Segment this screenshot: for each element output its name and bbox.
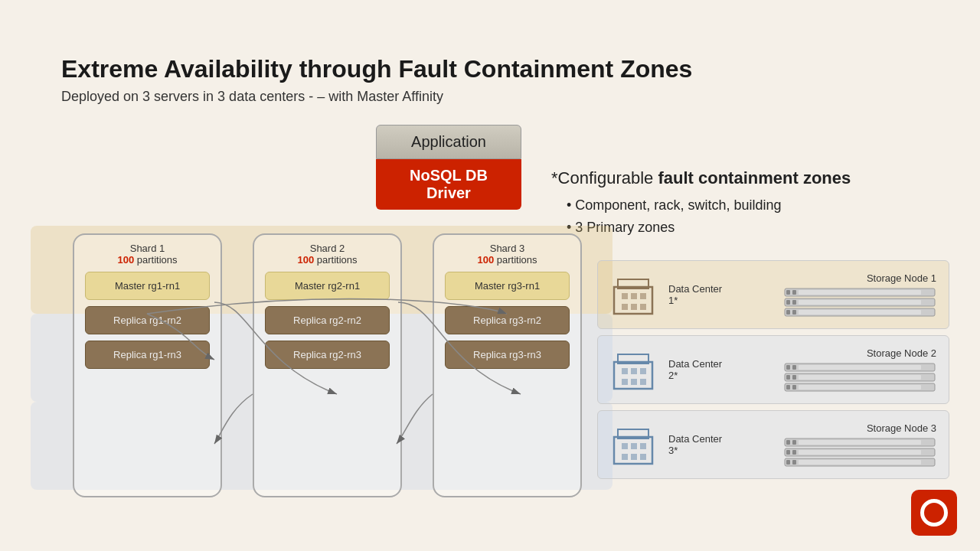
svg-rect-4 [631,293,637,299]
shards-area: Shard 1 100 partitions Master rg1-rn1 Re… [31,226,597,509]
storage-node-3-icon [783,437,936,468]
dc-3-label: Data Center 3* [668,433,730,456]
svg-rect-5 [640,293,646,299]
dc-1-server: Storage Node 1 [730,272,936,318]
svg-rect-46 [622,454,628,460]
dc-1-label: Data Center 1* [668,283,730,306]
dc-row-3: Data Center 3* Storage Node 3 [597,410,949,479]
dc-row-2: Data Center 2* Storage Node 2 [597,335,949,404]
dc-1-building-icon [610,272,656,318]
oracle-logo [911,490,957,536]
shard-2-title: Shard 2 [254,243,400,254]
shard-3-replica-1: Replica rg3-rn2 [445,306,570,334]
svg-rect-7 [631,304,637,310]
bullet-2: • 3 Primary zones [567,220,934,236]
svg-rect-31 [792,365,796,370]
svg-rect-36 [799,375,921,380]
storage-node-2-icon [783,362,936,393]
shard-3-master: Master rg3-rn1 [445,272,570,300]
shard-2-box: Shard 2 100 partitions Master rg2-rn1 Re… [253,233,402,497]
dc-2-server: Storage Node 2 [730,347,936,393]
svg-rect-45 [640,443,646,449]
svg-rect-25 [640,368,646,374]
svg-rect-28 [640,379,646,385]
shard-1-master: Master rg1-rn1 [85,272,210,300]
application-box: Application NoSQL DB Driver [376,125,521,210]
shard-2-master: Master rg2-rn1 [265,272,390,300]
dc-2-label: Data Center 2* [668,358,730,381]
svg-rect-54 [786,450,790,455]
shard-2-partitions: 100 partitions [254,254,400,266]
dc-3-storage-label: Storage Node 3 [867,422,936,434]
svg-rect-10 [786,290,790,295]
dc-row-1: Data Center 1* Storage Node 1 [597,260,949,329]
svg-rect-52 [799,440,921,445]
shard-2-replica-2: Replica rg2-rn3 [265,341,390,369]
data-centers-area: Data Center 1* Storage Node 1 [597,260,949,485]
svg-rect-23 [622,368,628,374]
svg-rect-12 [799,290,921,295]
shard-1-replica-1: Replica rg1-rn2 [85,306,210,334]
svg-rect-48 [640,454,646,460]
page-title: Extreme Availability through Fault Conta… [61,55,692,83]
dc-3-building-icon [610,422,656,468]
svg-rect-15 [792,300,796,305]
storage-node-1-icon [783,287,936,318]
svg-rect-59 [792,460,796,465]
svg-rect-34 [786,375,790,380]
bullet-1: • Component, rack, switch, building [567,197,934,214]
svg-rect-60 [799,460,921,465]
svg-rect-16 [799,300,921,305]
svg-rect-11 [792,290,796,295]
svg-rect-35 [792,375,796,380]
svg-rect-3 [622,293,628,299]
svg-rect-18 [786,310,790,315]
svg-rect-26 [622,379,628,385]
oracle-logo-icon [920,499,948,527]
svg-rect-56 [799,450,921,455]
svg-rect-51 [792,440,796,445]
shard-1-replica-2: Replica rg1-rn3 [85,341,210,369]
dc-2-building-icon [610,347,656,393]
svg-rect-40 [799,385,921,390]
svg-rect-14 [786,300,790,305]
shard-3-replica-2: Replica rg3-rn3 [445,341,570,369]
svg-rect-27 [631,379,637,385]
fault-title-prefix: *Configurable [551,168,658,187]
shard-1-title: Shard 1 [74,243,220,254]
svg-rect-8 [640,304,646,310]
nosql-driver-label: NoSQL DB Driver [376,159,521,210]
svg-rect-50 [786,440,790,445]
svg-rect-30 [786,365,790,370]
svg-rect-47 [631,454,637,460]
svg-rect-55 [792,450,796,455]
shard-1-partitions: 100 partitions [74,254,220,266]
shard-2-replica-1: Replica rg2-rn2 [265,306,390,334]
svg-rect-20 [799,310,921,315]
svg-rect-24 [631,368,637,374]
svg-rect-58 [786,460,790,465]
svg-rect-32 [799,365,921,370]
shard-3-partitions: 100 partitions [434,254,580,266]
svg-rect-6 [622,304,628,310]
fault-title: *Configurable fault containment zones [551,168,934,188]
svg-rect-44 [631,443,637,449]
dc-3-server: Storage Node 3 [730,422,936,468]
shard-1-box: Shard 1 100 partitions Master rg1-rn1 Re… [73,233,222,497]
fault-title-bold: fault containment zones [658,168,851,187]
svg-rect-43 [622,443,628,449]
dc-1-storage-label: Storage Node 1 [867,272,936,284]
shard-3-box: Shard 3 100 partitions Master rg3-rn1 Re… [433,233,582,497]
page-subtitle: Deployed on 3 servers in 3 data centers … [61,89,443,105]
svg-rect-19 [792,310,796,315]
shard-3-title: Shard 3 [434,243,580,254]
svg-rect-39 [792,385,796,390]
app-label: Application [376,125,521,159]
svg-rect-38 [786,385,790,390]
dc-2-storage-label: Storage Node 2 [867,347,936,359]
